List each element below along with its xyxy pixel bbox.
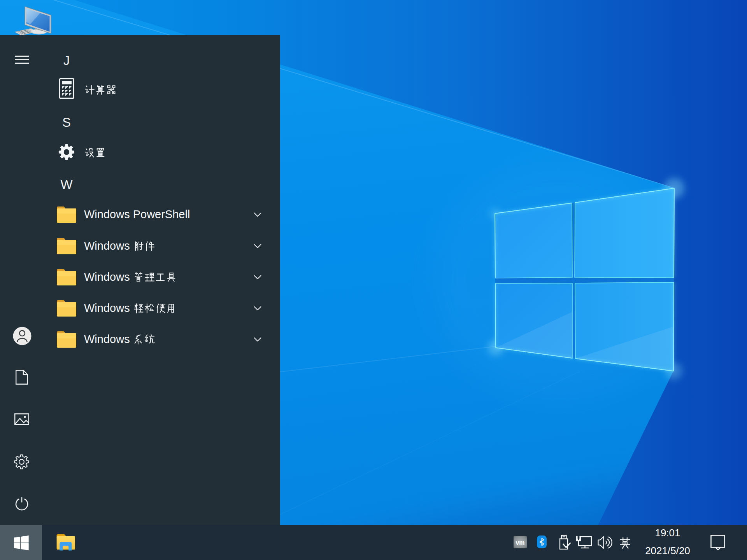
svg-text:vm: vm — [516, 539, 524, 546]
